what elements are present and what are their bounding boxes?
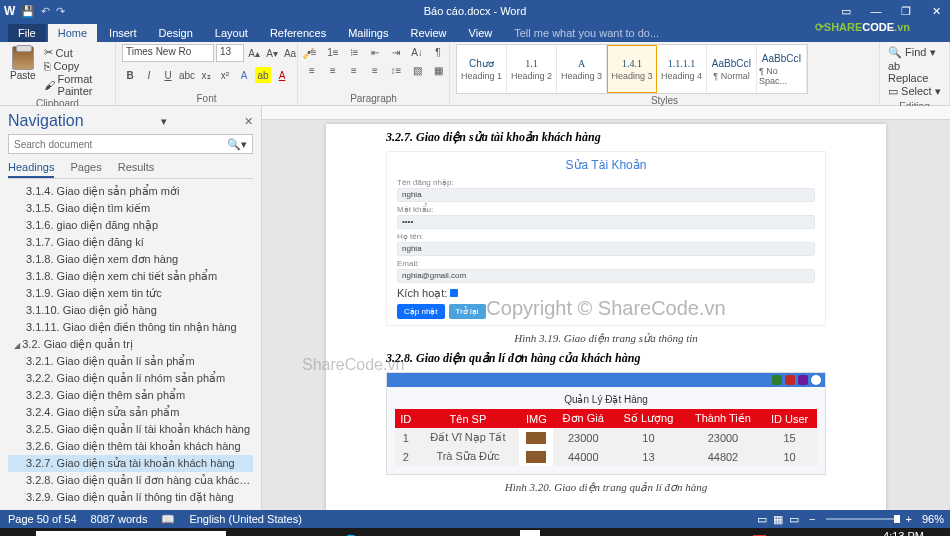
nav-item[interactable]: 3.2.1. Giao diện quản lí sản phẩm bbox=[8, 353, 253, 370]
nav-item[interactable]: 3.1.7. Giao diện đăng kí bbox=[8, 234, 253, 251]
taskbar-app-4[interactable]: 🌐 bbox=[338, 530, 362, 536]
nav-item[interactable]: 3.1.4. Giao diện sản phẩm mới bbox=[8, 183, 253, 200]
status-page[interactable]: Page 50 of 54 bbox=[8, 513, 77, 525]
nav-search-box[interactable]: 🔍▾ bbox=[8, 134, 253, 154]
nav-item[interactable]: 3.2.4. Giao diện sửa sản phẩm bbox=[8, 404, 253, 421]
tab-mailings[interactable]: Mailings bbox=[338, 24, 398, 42]
taskbar-app-10[interactable]: ▣ bbox=[494, 530, 518, 536]
taskbar-app-5[interactable]: ⬤ bbox=[364, 530, 388, 536]
shrink-font-icon[interactable]: A▾ bbox=[264, 45, 280, 61]
status-language[interactable]: English (United States) bbox=[189, 513, 302, 525]
nav-item[interactable]: 3.2.3. Giao diện thêm sản phẩm bbox=[8, 387, 253, 404]
qat-save-icon[interactable]: 💾 bbox=[21, 5, 35, 18]
web-layout-icon[interactable]: ▭ bbox=[789, 513, 799, 526]
bullets-icon[interactable]: •≡ bbox=[304, 44, 320, 60]
taskbar-app-9[interactable]: ◉ bbox=[468, 530, 492, 536]
nav-item[interactable]: 3.1.9. Giao diện xem tin tức bbox=[8, 285, 253, 302]
font-size-select[interactable]: 13 bbox=[216, 44, 244, 62]
ribbon-options-icon[interactable]: ▭ bbox=[836, 5, 856, 18]
nav-dropdown-icon[interactable]: ▾ bbox=[161, 115, 167, 128]
italic-button[interactable]: I bbox=[141, 67, 157, 83]
tab-home[interactable]: Home bbox=[48, 24, 97, 42]
nav-item[interactable]: 3.1.5. Giao diện tìm kiếm bbox=[8, 200, 253, 217]
nav-item[interactable]: 3.2.8. Giao diện quản lí đơn hàng của kh… bbox=[8, 472, 253, 489]
nav-item[interactable]: 3.1.8. Giao diện xem chi tiết sản phẩm bbox=[8, 268, 253, 285]
style-nospac[interactable]: AaBbCcI¶ No Spac... bbox=[757, 45, 807, 93]
document-area[interactable]: 3.2.7. Giao diện sửa tài khoản khách hàn… bbox=[262, 106, 950, 510]
decrease-indent-icon[interactable]: ⇤ bbox=[367, 44, 383, 60]
nav-close-icon[interactable]: ✕ bbox=[244, 115, 253, 128]
style-normal[interactable]: AaBbCcI¶ Normal bbox=[707, 45, 757, 93]
nav-item[interactable]: 3.2.9. Giao diện quản lí thông tin đặt h… bbox=[8, 489, 253, 504]
find-button[interactable]: 🔍 Find ▾ bbox=[888, 46, 941, 59]
nav-tab-results[interactable]: Results bbox=[118, 158, 155, 178]
font-color-icon[interactable]: A bbox=[274, 67, 290, 83]
shading-icon[interactable]: ▨ bbox=[409, 62, 425, 78]
minimize-button[interactable]: — bbox=[866, 5, 886, 17]
zoom-out-icon[interactable]: − bbox=[809, 513, 815, 525]
nav-tab-pages[interactable]: Pages bbox=[70, 158, 101, 178]
tab-design[interactable]: Design bbox=[149, 24, 203, 42]
taskbar-app-7[interactable]: ● bbox=[416, 530, 440, 536]
nav-item[interactable]: 3.1.11. Giao diện điền thông tin nhận hà… bbox=[8, 319, 253, 336]
styles-gallery[interactable]: ChươHeading 11.1Heading 2AHeading 31.4.1… bbox=[456, 44, 808, 94]
style-heading1[interactable]: ChươHeading 1 bbox=[457, 45, 507, 93]
nav-search-input[interactable] bbox=[14, 139, 227, 150]
nav-item[interactable]: 3.2.6. Giao diện thêm tài khoản khách hà… bbox=[8, 438, 253, 455]
bold-button[interactable]: B bbox=[122, 67, 138, 83]
qat-redo-icon[interactable]: ↷ bbox=[56, 5, 65, 18]
align-right-icon[interactable]: ≡ bbox=[346, 62, 362, 78]
nav-item[interactable]: 3.2. Giao diện quản trị bbox=[8, 336, 253, 353]
tab-layout[interactable]: Layout bbox=[205, 24, 258, 42]
nav-item[interactable]: 3.1.6. giao diện đăng nhập bbox=[8, 217, 253, 234]
text-effects-icon[interactable]: A bbox=[236, 67, 252, 83]
multilevel-icon[interactable]: ⁝≡ bbox=[346, 44, 362, 60]
numbering-icon[interactable]: 1≡ bbox=[325, 44, 341, 60]
select-button[interactable]: ▭ Select ▾ bbox=[888, 85, 941, 98]
underline-button[interactable]: U bbox=[160, 67, 176, 83]
nav-item[interactable]: 3.1.10. Giao diện giỏ hàng bbox=[8, 302, 253, 319]
read-mode-icon[interactable]: ▭ bbox=[757, 513, 767, 526]
search-icon[interactable]: 🔍▾ bbox=[227, 138, 247, 151]
task-view-icon[interactable]: ⊡ bbox=[234, 530, 258, 536]
subscript-button[interactable]: x₂ bbox=[198, 67, 214, 83]
taskbar-word-icon[interactable]: W bbox=[520, 530, 540, 536]
superscript-button[interactable]: x² bbox=[217, 67, 233, 83]
zoom-level[interactable]: 96% bbox=[922, 513, 944, 525]
start-button[interactable]: ⊞ bbox=[4, 528, 32, 536]
status-proofing-icon[interactable]: 📖 bbox=[161, 513, 175, 526]
grow-font-icon[interactable]: A▴ bbox=[246, 45, 262, 61]
paste-button[interactable]: Paste bbox=[6, 44, 40, 83]
taskbar-app-2[interactable]: 📁 bbox=[286, 530, 310, 536]
tell-me-search[interactable]: Tell me what you want to do... bbox=[504, 24, 669, 42]
tab-review[interactable]: Review bbox=[401, 24, 457, 42]
status-words[interactable]: 8087 words bbox=[91, 513, 148, 525]
zoom-in-icon[interactable]: + bbox=[906, 513, 912, 525]
font-name-select[interactable]: Times New Ro bbox=[122, 44, 214, 62]
strike-button[interactable]: abc bbox=[179, 67, 195, 83]
zoom-slider[interactable] bbox=[826, 518, 896, 520]
close-button[interactable]: ✕ bbox=[926, 5, 946, 18]
page[interactable]: 3.2.7. Giao diện sửa tài khoản khách hàn… bbox=[326, 124, 886, 510]
nav-item[interactable]: 3.2.5. Giao diện quản lí tài khoản khách… bbox=[8, 421, 253, 438]
cut-button[interactable]: ✂Cut bbox=[44, 46, 109, 59]
style-heading3[interactable]: 1.4.1Heading 3 bbox=[607, 45, 657, 93]
qat-undo-icon[interactable]: ↶ bbox=[41, 5, 50, 18]
show-marks-icon[interactable]: ¶ bbox=[430, 44, 446, 60]
taskbar-app-8[interactable]: ✚ bbox=[442, 530, 466, 536]
justify-icon[interactable]: ≡ bbox=[367, 62, 383, 78]
nav-item[interactable]: 3.2.7. Giao diện sửa tài khoản khách hàn… bbox=[8, 455, 253, 472]
sort-icon[interactable]: A↓ bbox=[409, 44, 425, 60]
tab-references[interactable]: References bbox=[260, 24, 336, 42]
line-spacing-icon[interactable]: ↕≡ bbox=[388, 62, 404, 78]
style-heading3[interactable]: AHeading 3 bbox=[557, 45, 607, 93]
borders-icon[interactable]: ▦ bbox=[430, 62, 446, 78]
ruler[interactable] bbox=[262, 106, 950, 120]
tray-clock[interactable]: 4:13 PM 26/12/2024 bbox=[869, 530, 924, 536]
tab-view[interactable]: View bbox=[459, 24, 503, 42]
replace-button[interactable]: ab Replace bbox=[888, 60, 941, 84]
style-heading4[interactable]: 1.1.1.1Heading 4 bbox=[657, 45, 707, 93]
copy-button[interactable]: ⎘Copy bbox=[44, 60, 109, 72]
align-left-icon[interactable]: ≡ bbox=[304, 62, 320, 78]
align-center-icon[interactable]: ≡ bbox=[325, 62, 341, 78]
